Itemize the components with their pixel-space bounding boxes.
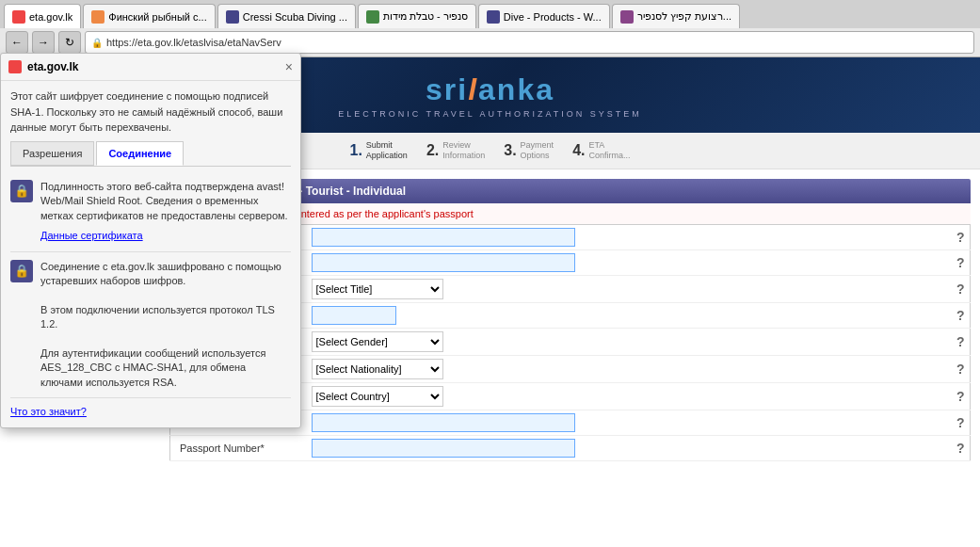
step-4-line2: Confirma... bbox=[588, 151, 630, 161]
popup-shield-icon-2: 🔒 bbox=[10, 260, 33, 282]
step-3: 3. Payment Options bbox=[504, 140, 554, 161]
step-4-text: ETA Confirma... bbox=[588, 140, 630, 161]
tab-6[interactable]: רצועת קפיץ לסנפיר... bbox=[612, 4, 740, 28]
step-2: 2. Review Information bbox=[426, 140, 485, 161]
help-passport[interactable]: ? bbox=[952, 435, 971, 460]
step-1-num: 1. bbox=[350, 142, 362, 159]
select-title[interactable]: [Select Title] Mr Mrs Miss Dr bbox=[312, 279, 443, 299]
tab-active[interactable]: eta.gov.lk bbox=[4, 4, 81, 28]
back-button[interactable]: ← bbox=[6, 31, 28, 54]
popup-intro-text: Этот сайт шифрует соединение с помощью п… bbox=[10, 88, 291, 136]
popup-footer-link[interactable]: Что это значит? bbox=[10, 404, 291, 420]
popup-section5-text: Для аутентификации сообщений используетс… bbox=[40, 346, 291, 390]
step-2-line1: Review bbox=[442, 140, 485, 151]
control-surname bbox=[302, 224, 952, 249]
input-passport[interactable] bbox=[312, 439, 575, 458]
help-surname[interactable]: ? bbox=[952, 224, 971, 249]
tab-favicon-3 bbox=[226, 10, 239, 24]
url-text: https://eta.gov.lk/etaslvisa/etaNavServ bbox=[106, 37, 281, 48]
input-occupation[interactable] bbox=[312, 413, 575, 432]
step-3-line1: Payment bbox=[521, 140, 554, 151]
control-dob bbox=[302, 302, 952, 328]
input-dob[interactable] bbox=[312, 306, 396, 325]
popup-section4-text: В этом подключении используется протокол… bbox=[40, 303, 291, 332]
site-logo: srilanka bbox=[338, 72, 642, 107]
select-gender[interactable]: [Select Gender] Male Female bbox=[312, 331, 443, 352]
popup-section-2: 🔒 Соединение с eta.gov.lk зашифровано с … bbox=[10, 252, 291, 399]
help-country-birth[interactable]: ? bbox=[952, 382, 971, 410]
control-occupation bbox=[302, 410, 952, 435]
tab-3[interactable]: Cressi Scuba Diving ... bbox=[217, 4, 356, 28]
help-title[interactable]: ? bbox=[952, 275, 971, 302]
control-title: [Select Title] Mr Mrs Miss Dr bbox=[302, 275, 952, 302]
lock-icon: 🔒 bbox=[91, 38, 103, 48]
tab-4[interactable]: סנפיר - טבלת מידות bbox=[358, 4, 476, 28]
tab-5[interactable]: Dive - Products - W... bbox=[478, 4, 610, 28]
tab-favicon-5 bbox=[487, 10, 500, 24]
input-given-names[interactable] bbox=[312, 253, 575, 272]
step-4-line1: ETA bbox=[588, 140, 630, 151]
tab-label-3: Cressi Scuba Diving ... bbox=[243, 11, 347, 23]
main-content: eta.gov.lk × Этот сайт шифрует соединени… bbox=[0, 57, 980, 547]
control-nationality: [Select Nationality] bbox=[302, 355, 952, 382]
popup-cert-link[interactable]: Данные сертификата bbox=[40, 229, 291, 243]
field-passport: Passport Number* ? bbox=[170, 435, 971, 460]
tab-2[interactable]: Финский рыбный с... bbox=[83, 4, 215, 28]
step-1-line2: Application bbox=[366, 151, 408, 161]
step-3-line2: Options bbox=[521, 151, 554, 161]
tab-favicon-6 bbox=[620, 10, 634, 24]
forward-button[interactable]: → bbox=[32, 31, 55, 54]
security-popup: eta.gov.lk × Этот сайт шифрует соединени… bbox=[0, 57, 301, 428]
step-4: 4. ETA Confirma... bbox=[572, 140, 630, 161]
tab-favicon-1 bbox=[12, 10, 25, 24]
tab-label-5: Dive - Products - W... bbox=[504, 11, 602, 23]
popup-section-1: 🔒 Подлинность этого веб-сайта подтвержде… bbox=[10, 172, 291, 252]
logo-l: l bbox=[468, 72, 478, 106]
step-1-text: Submit Application bbox=[366, 140, 408, 161]
control-gender: [Select Gender] Male Female bbox=[302, 328, 952, 355]
popup-tabs: Разрешения Соединение bbox=[10, 141, 291, 168]
refresh-button[interactable]: ↻ bbox=[58, 31, 81, 54]
logo-anka: anka bbox=[478, 72, 554, 106]
popup-tab-connection[interactable]: Соединение bbox=[96, 141, 184, 167]
input-surname[interactable] bbox=[312, 228, 575, 247]
select-country-birth[interactable]: [Select Country] bbox=[312, 386, 443, 407]
popup-site-title: eta.gov.lk bbox=[27, 60, 78, 73]
address-bar[interactable]: 🔒 https://eta.gov.lk/etaslvisa/etaNavSer… bbox=[85, 31, 974, 54]
control-given-names bbox=[302, 249, 952, 275]
popup-title-bar: eta.gov.lk × bbox=[1, 57, 300, 81]
step-4-num: 4. bbox=[572, 142, 585, 159]
tab-label-6: רצועת קפיץ לסנפיר... bbox=[637, 10, 731, 23]
site-tagline: ELECTRONIC TRAVEL AUTHORIZATION SYSTEM bbox=[338, 109, 642, 119]
tab-favicon-4 bbox=[366, 10, 379, 24]
popup-section1-text: Подлинность этого веб-сайта подтверждена… bbox=[40, 181, 288, 221]
label-passport: Passport Number* bbox=[170, 435, 302, 460]
popup-section3-text: Соединение с eta.gov.lk зашифровано с по… bbox=[40, 260, 291, 289]
step-2-line2: Information bbox=[442, 151, 485, 161]
control-country-birth: [Select Country] bbox=[302, 382, 952, 410]
help-gender[interactable]: ? bbox=[952, 328, 971, 355]
popup-close-button[interactable]: × bbox=[285, 59, 293, 74]
popup-favicon bbox=[8, 60, 22, 73]
step-1: 1. Submit Application bbox=[350, 140, 408, 161]
help-nationality[interactable]: ? bbox=[952, 355, 971, 382]
tab-bar: eta.gov.lk Финский рыбный с... Cressi Sc… bbox=[0, 0, 980, 28]
tab-favicon-2 bbox=[91, 10, 104, 24]
tab-label-2: Финский рыбный с... bbox=[108, 11, 206, 23]
step-2-num: 2. bbox=[426, 142, 439, 159]
help-dob[interactable]: ? bbox=[952, 302, 971, 328]
step-1-line1: Submit bbox=[366, 140, 408, 151]
logo-sri: sri bbox=[426, 72, 468, 106]
popup-tab-permissions[interactable]: Разрешения bbox=[10, 141, 94, 167]
step-3-num: 3. bbox=[504, 142, 516, 159]
select-nationality[interactable]: [Select Nationality] bbox=[312, 359, 443, 379]
popup-body: Этот сайт шифрует соединение с помощью п… bbox=[1, 81, 300, 427]
help-given-names[interactable]: ? bbox=[952, 249, 971, 275]
logo-wrapper: srilanka ELECTRONIC TRAVEL AUTHORIZATION… bbox=[338, 72, 642, 119]
help-occupation[interactable]: ? bbox=[952, 410, 971, 435]
popup-shield-icon: 🔒 bbox=[10, 180, 33, 202]
browser-chrome: eta.gov.lk Финский рыбный с... Cressi Sc… bbox=[0, 0, 980, 57]
control-passport bbox=[302, 435, 952, 460]
tab-label-4: סנפיר - טבלת מידות bbox=[383, 10, 468, 23]
step-3-text: Payment Options bbox=[521, 140, 554, 161]
